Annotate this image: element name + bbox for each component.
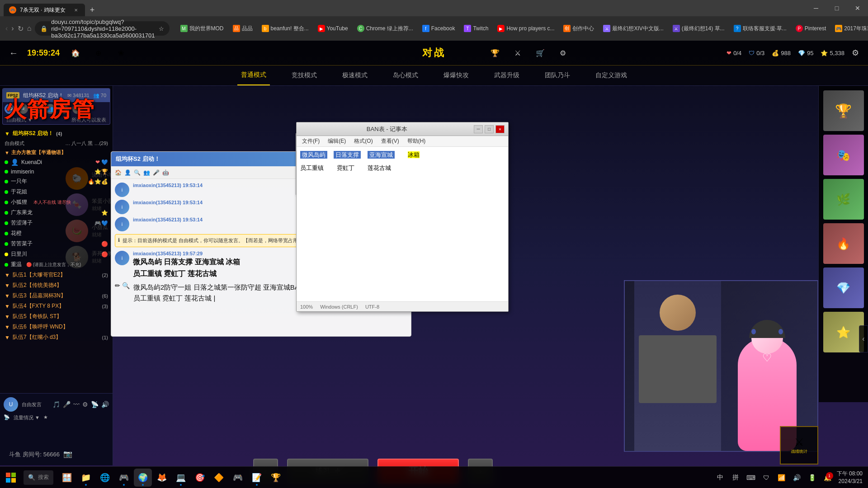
nav-normal-mode[interactable]: 普通模式 bbox=[237, 66, 270, 85]
nav-team-mode[interactable]: 团队乃斗 bbox=[541, 66, 574, 85]
back-button[interactable]: ‹ bbox=[5, 22, 8, 35]
new-tab-button[interactable]: + bbox=[86, 4, 99, 16]
team-member-1[interactable]: 👤 KuenaDi ❤ 💙 bbox=[1, 157, 112, 167]
team-group-2[interactable]: ▼ 队伍2【传统美德4】 bbox=[1, 280, 112, 291]
mic2-icon[interactable]: 🔊 bbox=[101, 401, 109, 408]
taskbar-app-steam[interactable]: 💻 bbox=[172, 469, 190, 487]
team-group-5[interactable]: ▼ 队伍5【奇铁队 ST】 bbox=[1, 311, 112, 322]
bookmark-youtube[interactable]: ▶ YouTube bbox=[314, 24, 352, 33]
nav-competitive-mode[interactable]: 竞技模式 bbox=[288, 66, 321, 85]
minimize-button[interactable]: ─ bbox=[806, 0, 826, 16]
chat-icon-users[interactable]: 👥 bbox=[143, 169, 150, 176]
bookmark-creator[interactable]: 创 创作中心 bbox=[560, 24, 598, 33]
taskbar-search[interactable]: 🔍 搜索 bbox=[24, 470, 53, 485]
stream-settings[interactable]: 流量情况 ▼ bbox=[14, 414, 40, 421]
home-icon[interactable]: 🏠 bbox=[69, 46, 82, 60]
nav-upgrade-mode[interactable]: 武器升级 bbox=[491, 66, 523, 85]
team-member-8[interactable]: 花橙 bbox=[1, 228, 112, 239]
team-expand-icon-5[interactable]: ▼ bbox=[5, 314, 10, 320]
pinyin-icon[interactable]: 拼 bbox=[729, 471, 742, 484]
back-arrow-icon[interactable]: ← bbox=[9, 48, 18, 58]
network-icon[interactable]: 📶 bbox=[775, 471, 788, 484]
mic-icon[interactable]: 🎤 bbox=[63, 401, 71, 408]
bookmark-chrome[interactable]: C Chrome 绿上推荐... bbox=[354, 24, 417, 33]
notepad-maximize[interactable]: □ bbox=[485, 125, 494, 133]
nav-speed-mode[interactable]: 极速模式 bbox=[339, 66, 371, 85]
team-member-7[interactable]: 苦涩薄子 🎮💙 bbox=[1, 218, 112, 228]
room-expand-icon[interactable]: ▼ bbox=[5, 131, 10, 137]
bookmark-ff14-2[interactable]: ⚔ (最终幻想14) 草... bbox=[669, 24, 728, 33]
bookmark-support[interactable]: ? 联络客服支援·草... bbox=[730, 24, 790, 33]
bookmark-pinpin[interactable]: 品 品品 bbox=[229, 24, 256, 33]
chat-input-area[interactable]: 自由发言 bbox=[22, 401, 42, 408]
settings-button[interactable]: ⚙ bbox=[852, 48, 859, 58]
notepad-menu-view[interactable]: 查看(V) bbox=[377, 136, 403, 146]
bookmark-pinterest[interactable]: P Pinterest bbox=[792, 24, 830, 33]
notepad-menu-format[interactable]: 格式(O) bbox=[350, 136, 376, 146]
taskbar-app-discord[interactable]: 🎯 bbox=[191, 469, 209, 487]
compass-icon[interactable]: ⊕ bbox=[91, 46, 105, 60]
team-expand-icon-7[interactable]: ▼ bbox=[5, 334, 10, 341]
start-menu-button[interactable] bbox=[0, 467, 22, 488]
ime-icon[interactable]: 中 bbox=[714, 471, 726, 484]
team-member-10[interactable]: 日里川 🔴 bbox=[1, 249, 112, 259]
address-bar[interactable]: 🔒 douyu.com/topic/pubgqlwq?rid=7097110&d… bbox=[35, 21, 169, 36]
close-button[interactable]: ✕ bbox=[847, 0, 868, 16]
battery-icon[interactable]: 🔋 bbox=[806, 471, 819, 484]
bookmark-beanfun[interactable]: b beanfun! 整合... bbox=[258, 24, 312, 33]
active-tab[interactable]: 🎮 7杀无双 · 鸡味更女 ✕ bbox=[4, 4, 85, 16]
team-group-7[interactable]: ▼ 队伍7【红嘴小 d3】 (1) bbox=[1, 332, 112, 343]
taskbar-app-notes[interactable]: 📝 bbox=[248, 469, 266, 487]
flower-icon[interactable]: ❀ bbox=[114, 46, 127, 60]
taskbar-app-cortana[interactable]: 🪟 bbox=[58, 469, 76, 487]
taskbar-app-game[interactable]: 🎮 bbox=[115, 469, 133, 487]
notepad-content-area[interactable]: 微风岛屿 日落支撑 亚海宣城 冰箱 员工重镇 霓虹丁 莲花古城 bbox=[297, 147, 508, 301]
right-expand-button[interactable]: ‹ bbox=[859, 325, 868, 352]
team-member-9[interactable]: 苦苦菜子 🔴 bbox=[1, 239, 112, 249]
notepad-menu-help[interactable]: 帮助(H) bbox=[404, 136, 429, 146]
tools-icon[interactable]: ⚙ bbox=[556, 46, 570, 60]
chat-icon-bot[interactable]: 🤖 bbox=[162, 169, 169, 176]
bookmark-ff14[interactable]: ⚔ 最终幻想XIV中文版... bbox=[599, 24, 667, 33]
wave-icon[interactable]: 〰 bbox=[73, 401, 80, 408]
star-icon[interactable]: ☆ bbox=[159, 25, 164, 32]
gear-icon[interactable]: ⚙ bbox=[82, 401, 88, 408]
bookmark-2017[interactable]: 🎮 2017年珠珠传·... bbox=[831, 24, 868, 33]
team-expand-icon-6[interactable]: ▼ bbox=[5, 324, 10, 330]
team-expand-icon-2[interactable]: ▼ bbox=[5, 282, 10, 289]
sword-icon[interactable]: ⚔ bbox=[511, 46, 524, 60]
bookmark-mojang[interactable]: M 我的世界MOD bbox=[177, 24, 227, 33]
notepad-menu-file[interactable]: 文件(F) bbox=[298, 136, 323, 146]
team-member-11[interactable]: 重温 🔴 (请面上注意发言，不允) bbox=[1, 259, 112, 270]
keyboard-icon[interactable]: ⌨ bbox=[745, 471, 757, 484]
nav-custom-mode[interactable]: 自定义游戏 bbox=[592, 66, 631, 85]
taskbar-app-explorer[interactable]: 📁 bbox=[77, 469, 95, 487]
team-group-4[interactable]: ▼ 队伍4【FXTY 8 PX】 (3) bbox=[1, 301, 112, 311]
nav-blitz-mode[interactable]: 爆爆快攻 bbox=[440, 66, 472, 85]
taskbar-app-trophy[interactable]: 🏆 bbox=[267, 469, 285, 487]
refresh-button[interactable]: ↻ bbox=[18, 22, 24, 35]
section-expand-icon[interactable]: ▼ bbox=[5, 150, 9, 155]
team-member-2[interactable]: immiserin ⭐🏆 bbox=[1, 167, 112, 176]
trophy-icon[interactable]: 🏆 bbox=[488, 46, 502, 60]
home-button[interactable]: ⌂ bbox=[27, 22, 32, 35]
notepad-minimize[interactable]: ─ bbox=[474, 125, 483, 133]
taskbar-app-edge[interactable]: 🌐 bbox=[96, 469, 114, 487]
bookmark-facebook[interactable]: f Facebook bbox=[419, 24, 459, 33]
tab-close-button[interactable]: ✕ bbox=[72, 6, 80, 14]
team-member-4[interactable]: 于花姐 bbox=[1, 187, 112, 197]
notepad-close[interactable]: ✕ bbox=[495, 125, 505, 133]
bookmark-howpro[interactable]: ▶ How pro players c... bbox=[494, 24, 558, 33]
antivirus-icon[interactable]: 🛡 bbox=[760, 471, 773, 484]
edit-icon-pen[interactable]: ✏ bbox=[115, 282, 120, 289]
team-group-1[interactable]: ▼ 队伍1【大嗲哥官E2】 (2) bbox=[1, 270, 112, 280]
music-icon[interactable]: 🎵 bbox=[52, 401, 60, 408]
team-group-3[interactable]: ▼ 队伍3【品嘉洞杯3N】 (6) bbox=[1, 291, 112, 301]
volume-taskbar-icon[interactable]: 🔊 bbox=[791, 471, 803, 484]
team-member-3[interactable]: 一只年 🔥⭐💰 bbox=[1, 176, 112, 187]
forward-button[interactable]: › bbox=[11, 22, 14, 35]
taskbar-app-firefox[interactable]: 🦊 bbox=[153, 469, 171, 487]
broadcast-icon[interactable]: 📡 bbox=[91, 401, 99, 408]
chat-icon-mic[interactable]: 🎤 bbox=[153, 169, 160, 176]
team-expand-icon-3[interactable]: ▼ bbox=[5, 293, 10, 299]
